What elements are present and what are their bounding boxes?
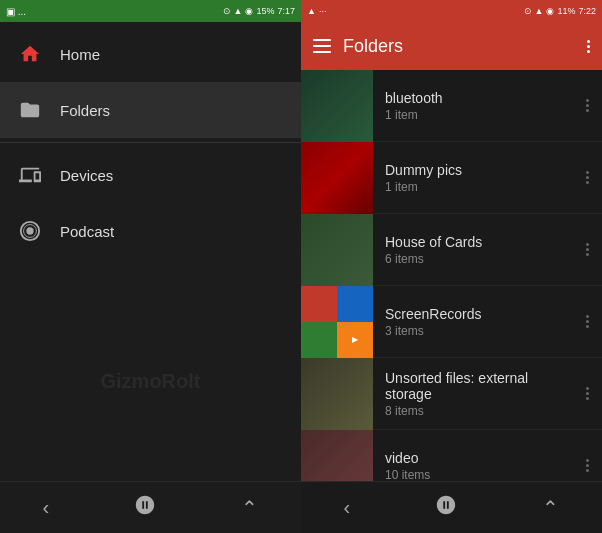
fdot-2 bbox=[586, 109, 589, 112]
up-button-right[interactable]: ⌃ bbox=[542, 496, 559, 520]
sidebar-item-podcast[interactable]: Podcast bbox=[0, 203, 301, 259]
vdot-2 bbox=[587, 45, 590, 48]
folder-name-bluetooth: bluetooth bbox=[385, 90, 560, 106]
nav-menu: Home Folders Devices bbox=[0, 22, 301, 481]
folder-info-dummy-pics: Dummy pics1 item bbox=[373, 162, 572, 194]
folder-thumb-house-of-cards bbox=[301, 214, 373, 286]
ham-line-3 bbox=[313, 51, 331, 53]
status-drive-icon: ▲ ··· bbox=[307, 6, 326, 16]
status-app-name: ▣ ... bbox=[6, 6, 26, 17]
drive-icon: ▲ bbox=[307, 6, 316, 16]
home-label: Home bbox=[60, 46, 100, 63]
folder-more-screen-records[interactable] bbox=[572, 315, 602, 328]
folder-thumb-bluetooth bbox=[301, 70, 373, 142]
fdot-0 bbox=[586, 99, 589, 102]
folder-count-screen-records: 3 items bbox=[385, 324, 560, 338]
fdot-1 bbox=[586, 392, 589, 395]
folders-label: Folders bbox=[60, 102, 110, 119]
devices-icon bbox=[16, 161, 44, 189]
sidebar-item-devices[interactable]: Devices bbox=[0, 147, 301, 203]
fdot-2 bbox=[586, 253, 589, 256]
folder-more-bluetooth[interactable] bbox=[572, 99, 602, 112]
folder-count-unsorted: 8 items bbox=[385, 404, 560, 418]
folder-count-video: 10 items bbox=[385, 468, 560, 482]
folder-name-dummy-pics: Dummy pics bbox=[385, 162, 560, 178]
fdot-2 bbox=[586, 469, 589, 472]
folder-thumb-video bbox=[301, 430, 373, 482]
folder-thumb-unsorted bbox=[301, 358, 373, 430]
sidebar-item-home[interactable]: Home bbox=[0, 26, 301, 82]
battery-left: 15% bbox=[256, 6, 274, 16]
fdot-0 bbox=[586, 315, 589, 318]
screen-cell-0 bbox=[301, 286, 337, 322]
fdot-2 bbox=[586, 325, 589, 328]
vdot-1 bbox=[587, 40, 590, 43]
folder-name-unsorted: Unsorted files: external storage bbox=[385, 370, 560, 402]
fdot-2 bbox=[586, 181, 589, 184]
folder-info-screen-records: ScreenRecords3 items bbox=[373, 306, 572, 338]
folder-name-house-of-cards: House of Cards bbox=[385, 234, 560, 250]
gizmo-icon-left[interactable] bbox=[134, 494, 156, 521]
status-bar-right: ▲ ··· ⊙ ▲ ◉ 11% 7:22 bbox=[301, 0, 602, 22]
folder-more-dummy-pics[interactable] bbox=[572, 171, 602, 184]
left-panel: ▣ ... ⊙ ▲ ◉ 15% 7:17 Home bbox=[0, 0, 301, 533]
folder-thumb-dummy-pics bbox=[301, 142, 373, 214]
time-right: 7:22 bbox=[578, 6, 596, 16]
folder-item-dummy-pics[interactable]: Dummy pics1 item bbox=[301, 142, 602, 214]
fdot-0 bbox=[586, 387, 589, 390]
ham-line-2 bbox=[313, 45, 331, 47]
battery-right: 11% bbox=[557, 6, 575, 16]
fdot-0 bbox=[586, 171, 589, 174]
back-button-right[interactable]: ‹ bbox=[344, 496, 351, 519]
folder-thumb-screen-records: ▶ bbox=[301, 286, 373, 358]
fdot-0 bbox=[586, 459, 589, 462]
bottom-bar-right: ‹ ⌃ bbox=[301, 481, 602, 533]
signal-icon-right: ▲ bbox=[535, 6, 544, 16]
vdot-3 bbox=[587, 50, 590, 53]
gizmo-icon-right[interactable] bbox=[435, 494, 457, 521]
wifi-icon: ◉ bbox=[245, 6, 253, 16]
back-button[interactable]: ‹ bbox=[43, 496, 50, 519]
toolbar-more-button[interactable] bbox=[587, 40, 590, 53]
fdot-1 bbox=[586, 320, 589, 323]
fdot-1 bbox=[586, 464, 589, 467]
folder-info-video: video10 items bbox=[373, 450, 572, 482]
fdot-0 bbox=[586, 243, 589, 246]
folder-info-house-of-cards: House of Cards6 items bbox=[373, 234, 572, 266]
hamburger-button[interactable] bbox=[313, 39, 331, 53]
fdot-2 bbox=[586, 397, 589, 400]
screen-cell-2 bbox=[301, 322, 337, 358]
folder-info-unsorted: Unsorted files: external storage8 items bbox=[373, 370, 572, 418]
folder-count-dummy-pics: 1 item bbox=[385, 180, 560, 194]
folder-info-bluetooth: bluetooth1 item bbox=[373, 90, 572, 122]
right-panel: ▲ ··· ⊙ ▲ ◉ 11% 7:22 Folders bluetooth1 … bbox=[301, 0, 602, 533]
sync-icon-right: ⊙ bbox=[524, 6, 532, 16]
folder-item-house-of-cards[interactable]: House of Cards6 items bbox=[301, 214, 602, 286]
folder-name-screen-records: ScreenRecords bbox=[385, 306, 560, 322]
status-bar-left: ▣ ... ⊙ ▲ ◉ 15% 7:17 bbox=[0, 0, 301, 22]
folder-count-bluetooth: 1 item bbox=[385, 108, 560, 122]
sync-icon: ⊙ bbox=[223, 6, 231, 16]
toolbar: Folders bbox=[301, 22, 602, 70]
bottom-bar-left: ‹ ⌃ bbox=[0, 481, 301, 533]
screen-cell-1 bbox=[337, 286, 373, 322]
fdot-1 bbox=[586, 176, 589, 179]
folder-item-screen-records[interactable]: ▶ScreenRecords3 items bbox=[301, 286, 602, 358]
sidebar-item-folders[interactable]: Folders bbox=[0, 82, 301, 138]
podcast-icon bbox=[16, 217, 44, 245]
podcast-label: Podcast bbox=[60, 223, 114, 240]
folder-more-unsorted[interactable] bbox=[572, 387, 602, 400]
signal-icon: ▲ bbox=[234, 6, 243, 16]
up-button-left[interactable]: ⌃ bbox=[241, 496, 258, 520]
folder-more-house-of-cards[interactable] bbox=[572, 243, 602, 256]
devices-label: Devices bbox=[60, 167, 113, 184]
screen-cell-3: ▶ bbox=[337, 322, 373, 358]
folder-item-video[interactable]: video10 items bbox=[301, 430, 602, 481]
folder-item-unsorted[interactable]: Unsorted files: external storage8 items bbox=[301, 358, 602, 430]
status-right-group: ⊙ ▲ ◉ 11% 7:22 bbox=[524, 6, 596, 16]
time-left: 7:17 bbox=[277, 6, 295, 16]
status-app-name-right: ··· bbox=[319, 6, 327, 16]
folder-more-video[interactable] bbox=[572, 459, 602, 472]
folder-icon bbox=[16, 96, 44, 124]
folder-item-bluetooth[interactable]: bluetooth1 item bbox=[301, 70, 602, 142]
